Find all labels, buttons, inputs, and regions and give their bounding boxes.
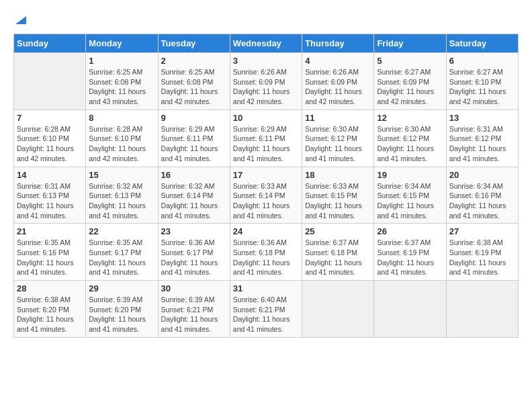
day-cell: 1Sunrise: 6:25 AMSunset: 6:08 PMDaylight… [86, 53, 158, 110]
day-number: 11 [305, 113, 371, 123]
day-cell: 24Sunrise: 6:36 AMSunset: 6:18 PMDayligh… [230, 224, 302, 281]
day-info: Sunrise: 6:26 AMSunset: 6:09 PMDaylight:… [305, 67, 371, 107]
day-info: Sunrise: 6:39 AMSunset: 6:20 PMDaylight:… [89, 295, 154, 334]
day-cell: 8Sunrise: 6:28 AMSunset: 6:10 PMDaylight… [86, 109, 158, 167]
day-cell: 27Sunrise: 6:38 AMSunset: 6:19 PMDayligh… [446, 224, 518, 281]
day-cell: 13Sunrise: 6:31 AMSunset: 6:12 PMDayligh… [446, 109, 518, 167]
day-info: Sunrise: 6:31 AMSunset: 6:12 PMDaylight:… [449, 124, 515, 164]
day-cell [302, 281, 374, 338]
day-info: Sunrise: 6:28 AMSunset: 6:10 PMDaylight:… [17, 124, 83, 164]
day-number: 10 [233, 113, 299, 123]
day-cell: 25Sunrise: 6:37 AMSunset: 6:18 PMDayligh… [302, 224, 374, 281]
day-cell: 22Sunrise: 6:35 AMSunset: 6:17 PMDayligh… [86, 224, 158, 281]
logo-icon [15, 13, 26, 24]
day-number: 7 [17, 113, 83, 123]
day-number: 1 [89, 56, 154, 66]
day-number: 12 [377, 113, 443, 123]
day-info: Sunrise: 6:33 AMSunset: 6:15 PMDaylight:… [305, 181, 371, 221]
day-number: 6 [449, 56, 515, 66]
day-cell: 20Sunrise: 6:34 AMSunset: 6:16 PMDayligh… [446, 167, 518, 224]
day-cell: 9Sunrise: 6:29 AMSunset: 6:11 PMDaylight… [158, 109, 230, 167]
calendar-table: SundayMondayTuesdayWednesdayThursdayFrid… [13, 34, 519, 338]
day-number: 27 [449, 226, 515, 236]
day-cell: 29Sunrise: 6:39 AMSunset: 6:20 PMDayligh… [86, 281, 158, 338]
day-cell: 11Sunrise: 6:30 AMSunset: 6:12 PMDayligh… [302, 109, 374, 167]
day-info: Sunrise: 6:30 AMSunset: 6:12 PMDaylight:… [305, 124, 371, 164]
day-number: 4 [305, 56, 371, 66]
day-cell: 18Sunrise: 6:33 AMSunset: 6:15 PMDayligh… [302, 167, 374, 224]
day-number: 14 [17, 170, 83, 180]
day-number: 25 [305, 226, 371, 236]
day-number: 18 [305, 170, 371, 180]
day-cell [374, 281, 446, 338]
day-cell: 3Sunrise: 6:26 AMSunset: 6:09 PMDaylight… [230, 53, 302, 110]
day-number: 3 [233, 56, 299, 66]
week-row-5: 28Sunrise: 6:38 AMSunset: 6:20 PMDayligh… [14, 281, 519, 338]
day-cell: 14Sunrise: 6:31 AMSunset: 6:13 PMDayligh… [14, 167, 86, 224]
day-cell: 10Sunrise: 6:29 AMSunset: 6:11 PMDayligh… [230, 109, 302, 167]
day-info: Sunrise: 6:37 AMSunset: 6:18 PMDaylight:… [305, 238, 371, 277]
col-header-monday: Monday [86, 34, 158, 53]
day-number: 20 [449, 170, 515, 180]
logo [13, 13, 26, 27]
col-header-saturday: Saturday [446, 34, 518, 53]
col-header-sunday: Sunday [14, 34, 86, 53]
day-cell: 6Sunrise: 6:27 AMSunset: 6:10 PMDaylight… [446, 53, 518, 110]
day-number: 28 [17, 283, 83, 293]
col-header-wednesday: Wednesday [230, 34, 302, 53]
day-number: 13 [449, 113, 515, 123]
day-number: 5 [377, 56, 443, 66]
day-info: Sunrise: 6:38 AMSunset: 6:20 PMDaylight:… [17, 295, 83, 334]
day-info: Sunrise: 6:33 AMSunset: 6:14 PMDaylight:… [233, 181, 299, 221]
day-cell: 21Sunrise: 6:35 AMSunset: 6:16 PMDayligh… [14, 224, 86, 281]
day-cell: 23Sunrise: 6:36 AMSunset: 6:17 PMDayligh… [158, 224, 230, 281]
day-info: Sunrise: 6:25 AMSunset: 6:08 PMDaylight:… [161, 67, 227, 107]
day-info: Sunrise: 6:36 AMSunset: 6:17 PMDaylight:… [161, 238, 227, 277]
day-info: Sunrise: 6:32 AMSunset: 6:14 PMDaylight:… [161, 181, 227, 221]
day-cell: 4Sunrise: 6:26 AMSunset: 6:09 PMDaylight… [302, 53, 374, 110]
day-number: 8 [89, 113, 154, 123]
day-number: 17 [233, 170, 299, 180]
day-cell: 15Sunrise: 6:32 AMSunset: 6:13 PMDayligh… [86, 167, 158, 224]
day-cell: 28Sunrise: 6:38 AMSunset: 6:20 PMDayligh… [14, 281, 86, 338]
day-info: Sunrise: 6:26 AMSunset: 6:09 PMDaylight:… [233, 67, 299, 107]
day-number: 29 [89, 283, 154, 293]
day-info: Sunrise: 6:32 AMSunset: 6:13 PMDaylight:… [89, 181, 154, 221]
day-info: Sunrise: 6:38 AMSunset: 6:19 PMDaylight:… [449, 238, 515, 277]
day-info: Sunrise: 6:34 AMSunset: 6:15 PMDaylight:… [377, 181, 443, 221]
col-header-thursday: Thursday [302, 34, 374, 53]
day-number: 15 [89, 170, 154, 180]
day-cell [14, 53, 86, 110]
day-number: 23 [161, 226, 227, 236]
day-info: Sunrise: 6:34 AMSunset: 6:16 PMDaylight:… [449, 181, 515, 221]
col-header-tuesday: Tuesday [158, 34, 230, 53]
day-info: Sunrise: 6:25 AMSunset: 6:08 PMDaylight:… [89, 67, 154, 107]
day-cell: 31Sunrise: 6:40 AMSunset: 6:21 PMDayligh… [230, 281, 302, 338]
day-cell: 17Sunrise: 6:33 AMSunset: 6:14 PMDayligh… [230, 167, 302, 224]
day-number: 22 [89, 226, 154, 236]
day-cell: 19Sunrise: 6:34 AMSunset: 6:15 PMDayligh… [374, 167, 446, 224]
header [13, 13, 519, 27]
day-info: Sunrise: 6:30 AMSunset: 6:12 PMDaylight:… [377, 124, 443, 164]
week-row-2: 7Sunrise: 6:28 AMSunset: 6:10 PMDaylight… [14, 109, 519, 167]
day-cell: 5Sunrise: 6:27 AMSunset: 6:09 PMDaylight… [374, 53, 446, 110]
week-row-3: 14Sunrise: 6:31 AMSunset: 6:13 PMDayligh… [14, 167, 519, 224]
day-number: 9 [161, 113, 227, 123]
day-info: Sunrise: 6:36 AMSunset: 6:18 PMDaylight:… [233, 238, 299, 277]
day-cell: 2Sunrise: 6:25 AMSunset: 6:08 PMDaylight… [158, 53, 230, 110]
day-number: 31 [233, 283, 299, 293]
day-info: Sunrise: 6:35 AMSunset: 6:16 PMDaylight:… [17, 238, 83, 277]
day-cell: 26Sunrise: 6:37 AMSunset: 6:19 PMDayligh… [374, 224, 446, 281]
day-number: 19 [377, 170, 443, 180]
day-number: 26 [377, 226, 443, 236]
col-header-friday: Friday [374, 34, 446, 53]
day-cell: 7Sunrise: 6:28 AMSunset: 6:10 PMDaylight… [14, 109, 86, 167]
day-info: Sunrise: 6:31 AMSunset: 6:13 PMDaylight:… [17, 181, 83, 221]
svg-marker-0 [15, 16, 26, 24]
week-row-4: 21Sunrise: 6:35 AMSunset: 6:16 PMDayligh… [14, 224, 519, 281]
day-number: 24 [233, 226, 299, 236]
day-number: 16 [161, 170, 227, 180]
day-info: Sunrise: 6:39 AMSunset: 6:21 PMDaylight:… [161, 295, 227, 334]
week-row-1: 1Sunrise: 6:25 AMSunset: 6:08 PMDaylight… [14, 53, 519, 110]
day-info: Sunrise: 6:29 AMSunset: 6:11 PMDaylight:… [233, 124, 299, 164]
